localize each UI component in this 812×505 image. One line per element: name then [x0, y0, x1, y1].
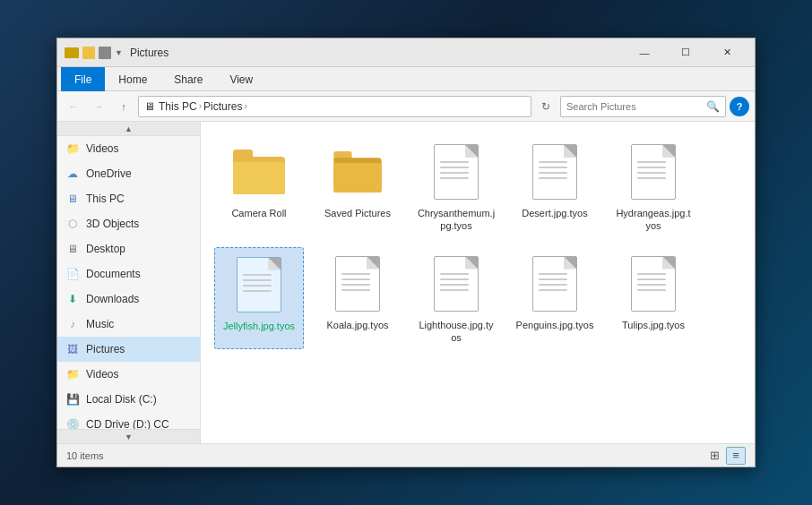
window-controls: — ☐ ✕: [624, 39, 747, 67]
documents-icon: 📄: [65, 267, 81, 281]
sidebar-item-videos2[interactable]: 📁 Videos: [57, 362, 200, 387]
status-item-count: 10 items: [66, 450, 104, 461]
sidebar-item-localdisk[interactable]: 💾 Local Disk (C:): [57, 387, 200, 412]
file-label-chrysanthemum: Chrysanthemum.jpg.tyos: [417, 207, 496, 233]
3dobjects-icon: ⬡: [65, 217, 81, 231]
file-label-desert: Desert.jpg.tyos: [522, 207, 587, 219]
address-bar[interactable]: 🖥 This PC › Pictures ›: [138, 96, 531, 117]
file-item-koala[interactable]: Koala.jpg.tyos: [313, 247, 402, 350]
maximize-button[interactable]: ☐: [665, 39, 706, 67]
sidebar-label-onedrive: OneDrive: [86, 167, 132, 180]
window-icon-bar: [65, 47, 79, 58]
thispc-icon: 🖥: [65, 192, 81, 206]
doc-icon-chrysanthemum: [428, 141, 485, 203]
title-bar-icons: ▼: [65, 47, 123, 59]
sidebar-item-documents[interactable]: 📄 Documents: [57, 261, 200, 287]
pc-icon-small: 🖥: [144, 100, 155, 113]
folder-icon-saved-pictures: [329, 141, 386, 203]
sidebar-scroll-up[interactable]: ▲: [57, 122, 200, 136]
doc-icon-desert: [526, 141, 583, 203]
breadcrumb-thispc[interactable]: This PC: [159, 100, 197, 113]
file-label-camera-roll: Camera Roll: [231, 207, 286, 219]
file-label-jellyfish: Jellyfish.jpg.tyos: [223, 320, 295, 332]
sidebar-label-desktop: Desktop: [86, 243, 125, 255]
doc-icon-lighthouse: [428, 252, 485, 315]
sidebar-label-music: Music: [86, 318, 114, 330]
doc-icon-hydrangeas: [625, 141, 682, 203]
close-button[interactable]: ✕: [706, 39, 747, 67]
doc-icon-koala: [329, 252, 386, 315]
downloads-icon: ⬇: [65, 292, 81, 306]
explorer-window: ▼ Pictures — ☐ ✕ File Home Share View ← …: [56, 38, 756, 467]
desktop-icon: 🖥: [65, 242, 81, 256]
file-item-chrysanthemum[interactable]: Chrysanthemum.jpg.tyos: [411, 135, 501, 238]
doc-icon-jellyfish: [230, 253, 288, 316]
sidebar: ▲ 📁 Videos ☁ OneDrive 🖥 This PC ⬡ 3D Obj…: [57, 122, 201, 443]
file-label-hydrangeas: Hydrangeas.jpg.tyos: [614, 207, 693, 233]
breadcrumb-sep-1: ›: [199, 101, 202, 111]
sidebar-label-localdisk: Local Disk (C:): [86, 393, 157, 406]
up-button[interactable]: ↑: [113, 96, 134, 117]
forward-button[interactable]: →: [88, 96, 109, 117]
sidebar-label-videos: Videos: [86, 142, 118, 155]
breadcrumb: This PC › Pictures ›: [159, 100, 247, 113]
view-icon-grid[interactable]: ⊞: [704, 447, 724, 465]
onedrive-icon: ☁: [65, 167, 81, 181]
sidebar-item-3dobjects[interactable]: ⬡ 3D Objects: [57, 211, 200, 236]
folder-icon-camera-roll: [230, 141, 288, 203]
file-item-tulips[interactable]: Tulips.jpg.tyos: [609, 247, 698, 350]
file-item-camera-roll[interactable]: Camera Roll: [214, 135, 304, 238]
file-item-lighthouse[interactable]: Lighthouse.jpg.tyos: [411, 247, 501, 350]
sidebar-item-videos[interactable]: 📁 Videos: [57, 136, 200, 161]
file-label-penguins: Penguins.jpg.tyos: [516, 319, 594, 331]
file-label-saved-pictures: Saved Pictures: [324, 207, 391, 219]
quick-access-icon[interactable]: [99, 47, 111, 59]
search-input[interactable]: [566, 101, 703, 112]
tab-share[interactable]: Share: [160, 67, 216, 91]
file-item-desert[interactable]: Desert.jpg.tyos: [510, 135, 600, 238]
back-button[interactable]: ←: [63, 96, 84, 117]
sidebar-item-thispc[interactable]: 🖥 This PC: [57, 186, 200, 211]
ribbon: File Home Share View: [57, 67, 755, 91]
sidebar-label-3dobjects: 3D Objects: [86, 218, 139, 230]
music-icon: ♪: [65, 317, 81, 331]
file-area: Camera Roll Saved Pictures: [201, 122, 755, 443]
file-item-jellyfish[interactable]: Jellyfish.jpg.tyos: [214, 247, 304, 350]
ribbon-tabs: File Home Share View: [57, 67, 755, 90]
file-item-penguins[interactable]: Penguins.jpg.tyos: [510, 247, 600, 350]
window-title: Pictures: [130, 47, 624, 59]
sidebar-label-thispc: This PC: [86, 193, 125, 205]
file-grid: Camera Roll Saved Pictures: [210, 131, 746, 354]
file-item-hydrangeas[interactable]: Hydrangeas.jpg.tyos: [609, 135, 698, 238]
address-bar-row: ← → ↑ 🖥 This PC › Pictures › ↻ 🔍 ?: [57, 91, 755, 122]
help-button[interactable]: ?: [730, 97, 749, 116]
videos2-icon: 📁: [65, 367, 81, 381]
pictures-icon: 🖼: [65, 342, 81, 356]
breadcrumb-sep-2: ›: [244, 101, 246, 111]
window-icon-folder: [82, 47, 95, 59]
tab-home[interactable]: Home: [105, 67, 160, 91]
sidebar-item-onedrive[interactable]: ☁ OneDrive: [57, 161, 200, 186]
view-icon-list[interactable]: ≡: [726, 447, 746, 465]
tab-view[interactable]: View: [216, 67, 266, 91]
file-label-tulips: Tulips.jpg.tyos: [622, 319, 685, 331]
file-item-saved-pictures[interactable]: Saved Pictures: [313, 135, 402, 238]
file-label-koala: Koala.jpg.tyos: [326, 319, 388, 331]
sidebar-item-music[interactable]: ♪ Music: [57, 312, 200, 337]
search-box[interactable]: 🔍: [560, 96, 726, 117]
sidebar-label-videos2: Videos: [86, 368, 118, 381]
doc-icon-tulips: [625, 252, 682, 315]
tab-file[interactable]: File: [61, 67, 105, 91]
videos-icon: 📁: [65, 141, 81, 156]
breadcrumb-pictures[interactable]: Pictures: [203, 100, 242, 113]
view-toggle: ⊞ ≡: [704, 447, 746, 465]
sidebar-label-documents: Documents: [86, 268, 141, 280]
sidebar-item-desktop[interactable]: 🖥 Desktop: [57, 236, 200, 261]
sidebar-item-pictures[interactable]: 🖼 Pictures: [57, 337, 200, 362]
refresh-button[interactable]: ↻: [535, 96, 557, 117]
status-bar: 10 items ⊞ ≡: [57, 443, 755, 466]
minimize-button[interactable]: —: [624, 39, 665, 67]
sidebar-scroll-down[interactable]: ▼: [57, 429, 200, 443]
doc-icon-penguins: [526, 252, 583, 315]
sidebar-item-downloads[interactable]: ⬇ Downloads: [57, 287, 200, 312]
